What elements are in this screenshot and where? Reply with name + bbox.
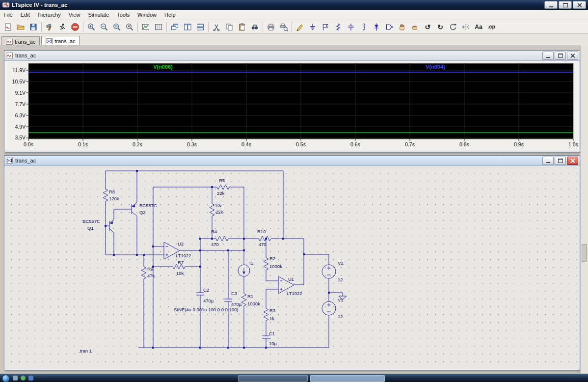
- voltage-source-V1[interactable]: [322, 301, 336, 315]
- schematic-wires[interactable]: [106, 171, 347, 348]
- label-r2-value[interactable]: 1000k: [269, 264, 282, 269]
- component-button[interactable]: [383, 21, 396, 33]
- plot-settings-button[interactable]: [152, 21, 165, 33]
- label-u2-name[interactable]: U2: [178, 241, 184, 246]
- zoom-fit-button[interactable]: [110, 21, 123, 33]
- label-c2-name[interactable]: C2: [203, 287, 209, 293]
- label-c1-value[interactable]: 10µ: [269, 341, 277, 346]
- resistor-R4[interactable]: [215, 236, 229, 241]
- label-q1-type[interactable]: BC557C: [82, 218, 100, 224]
- resistor-button[interactable]: [332, 21, 345, 33]
- menu-simulate[interactable]: Simulate: [84, 10, 113, 19]
- label-v2-name[interactable]: V2: [338, 260, 344, 266]
- label-r4-name[interactable]: R4: [211, 229, 217, 234]
- waveform-close-button[interactable]: [567, 52, 578, 60]
- label-c3-name[interactable]: C3: [231, 291, 237, 296]
- drag-button[interactable]: [408, 21, 421, 33]
- start-orb[interactable]: [2, 375, 10, 382]
- resistor-R10[interactable]: [258, 236, 272, 241]
- app-maximize-button[interactable]: [559, 1, 572, 9]
- new-schematic-button[interactable]: [1, 21, 14, 33]
- mirror-button[interactable]: [459, 21, 472, 33]
- voltage-source-V2[interactable]: [322, 265, 336, 278]
- diode-button[interactable]: [370, 21, 383, 33]
- menu-tools[interactable]: Tools: [113, 10, 134, 19]
- label-v2-value[interactable]: 12: [338, 277, 343, 282]
- spice-directive-button[interactable]: .op: [485, 21, 498, 33]
- halt-button[interactable]: [69, 21, 81, 33]
- inductor-button[interactable]: [357, 21, 370, 33]
- label-r1-value[interactable]: 1000k: [247, 301, 260, 306]
- label-q2-name[interactable]: Q2: [139, 210, 146, 215]
- schematic-window[interactable]: trans_ac: [4, 155, 580, 370]
- tab-waveform-trans_ac[interactable]: trans_ac: [1, 36, 40, 46]
- resistor-R5[interactable]: [216, 185, 230, 190]
- tile-horizontal-button[interactable]: [194, 21, 207, 33]
- resistor-R1[interactable]: [241, 293, 246, 307]
- menu-help[interactable]: Help: [160, 10, 180, 19]
- label-net-button[interactable]: [319, 21, 332, 33]
- label-r9-name[interactable]: R9: [147, 266, 153, 272]
- schematic-minimize-button[interactable]: [542, 157, 554, 165]
- taskbar-window-button-1[interactable]: [238, 375, 308, 382]
- directive-sine[interactable]: SINE(4u 0.001u 100 0 0 0 100): [174, 307, 239, 312]
- quicklaunch-icon-3[interactable]: [28, 376, 33, 381]
- label-r5-value[interactable]: 22k: [217, 191, 225, 196]
- label-r3-value[interactable]: 1k: [269, 316, 274, 321]
- text-button[interactable]: Aa: [472, 21, 485, 33]
- menu-edit[interactable]: Edit: [17, 10, 34, 19]
- label-r10-value[interactable]: 470: [259, 242, 267, 247]
- label-i1-name[interactable]: I1: [249, 260, 253, 266]
- autorange-button[interactable]: [139, 21, 152, 33]
- label-r5-name[interactable]: R5: [219, 178, 225, 183]
- zoom-extents-button[interactable]: [123, 21, 136, 33]
- tile-vertical-button[interactable]: [181, 21, 194, 33]
- print-preview-button[interactable]: [277, 21, 290, 33]
- waveform-maximize-button[interactable]: [555, 52, 566, 60]
- label-r8-value[interactable]: 120k: [109, 196, 119, 201]
- resistor-R9[interactable]: [141, 266, 146, 280]
- label-r6-value[interactable]: 22k: [215, 209, 223, 215]
- schematic-window-titlebar[interactable]: trans_ac: [4, 156, 580, 166]
- move-button[interactable]: [396, 21, 408, 33]
- label-c3-value[interactable]: 470µ: [231, 301, 242, 307]
- cascade-windows-button[interactable]: [168, 21, 181, 33]
- app-close-button[interactable]: [573, 1, 586, 9]
- scrollbar-thumb[interactable]: [582, 244, 587, 262]
- waveform-pane[interactable]: V(n006) V(n004) 11.9V 10.5V 9.1V 7.7V 6.…: [5, 61, 579, 151]
- label-v1-name[interactable]: V1: [338, 297, 344, 302]
- resistor-R8[interactable]: [103, 188, 108, 202]
- rotate-button[interactable]: [447, 21, 459, 33]
- waveform-window[interactable]: trans_ac V(n006) V(n004): [4, 50, 580, 152]
- resistor-R6[interactable]: [210, 203, 214, 217]
- run-button[interactable]: [56, 21, 69, 33]
- label-r2-name[interactable]: R2: [269, 256, 275, 261]
- transistor-Q1[interactable]: [106, 209, 126, 255]
- cut-button[interactable]: [210, 21, 223, 33]
- schematic-drawing[interactable]: R8 120k BC557C Q2 BC557C Q1 R5 22k R6 22…: [5, 166, 579, 368]
- redo-button[interactable]: ↻: [434, 21, 447, 33]
- ground-button[interactable]: [306, 21, 319, 33]
- app-titlebar[interactable]: LTspice IV - trans_ac: [0, 0, 588, 10]
- resistor-R3[interactable]: [264, 307, 268, 322]
- menu-file[interactable]: File: [0, 10, 17, 19]
- label-r7-name[interactable]: R7: [178, 260, 184, 265]
- waveform-window-titlebar[interactable]: trans_ac: [4, 51, 580, 61]
- label-r6-name[interactable]: R6: [215, 202, 221, 208]
- label-u1-value[interactable]: LT1022: [287, 291, 302, 296]
- transistor-Q2[interactable]: [126, 171, 137, 255]
- label-r4-value[interactable]: 470: [211, 242, 219, 247]
- undo-button[interactable]: ↺: [421, 21, 434, 33]
- schematic-close-button[interactable]: [567, 157, 578, 165]
- current-source-I1[interactable]: [238, 265, 250, 276]
- trace-label-v-n004[interactable]: V(n004): [426, 64, 445, 70]
- tab-schematic-trans_ac[interactable]: trans_ac: [41, 36, 80, 46]
- label-q1-name[interactable]: Q1: [87, 225, 94, 231]
- menu-window[interactable]: Window: [134, 10, 160, 19]
- label-v1-value[interactable]: 12: [338, 314, 343, 319]
- resistor-R2[interactable]: [264, 257, 268, 271]
- open-button[interactable]: [14, 21, 27, 33]
- label-c2-value[interactable]: 470µ: [203, 298, 214, 303]
- zoom-back-button[interactable]: [98, 21, 110, 33]
- label-c1-name[interactable]: C1: [269, 331, 275, 336]
